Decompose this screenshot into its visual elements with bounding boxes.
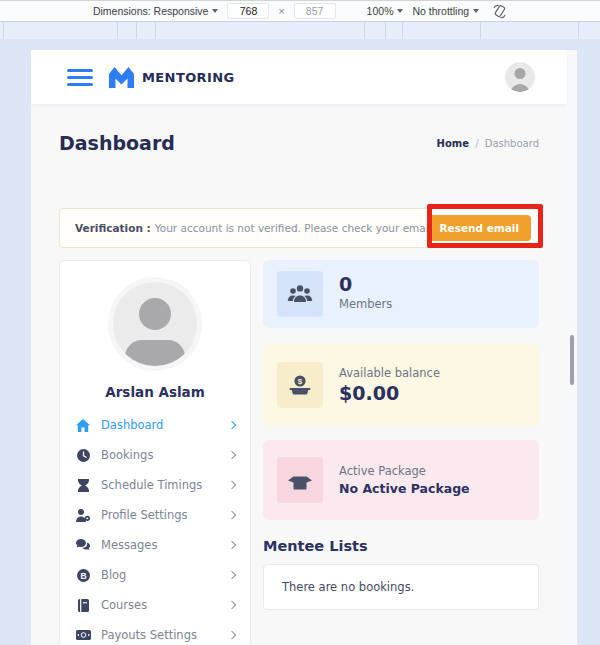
members-group-icon: [277, 271, 323, 317]
chevron-right-icon: [228, 631, 236, 639]
balance-amount: $0.00: [339, 383, 440, 405]
sidebar-item-messages[interactable]: Messages: [60, 530, 250, 560]
chevron-right-icon: [228, 601, 236, 609]
sidebar-item-payouts-settings[interactable]: Payouts Settings: [60, 620, 250, 645]
app-header: MENTORING: [31, 50, 567, 104]
sidebar-item-label: Courses: [101, 598, 147, 612]
dashboard-content: Arslan Aslam Dashboard: [59, 260, 539, 645]
sidebar-item-label: Profile Settings: [101, 508, 188, 522]
members-label: Members: [339, 296, 392, 313]
page-title-row: Dashboard Home / Dashboard: [31, 104, 567, 158]
sidebar-item-dashboard[interactable]: Dashboard: [60, 410, 250, 440]
chat-bubbles-icon: [75, 539, 91, 551]
sidebar-item-schedule-timings[interactable]: Schedule Timings: [60, 470, 250, 500]
sidebar-item-label: Schedule Timings: [101, 478, 202, 492]
throttling-value: No throttling: [412, 5, 469, 17]
sidebar-item-blog[interactable]: B Blog: [60, 560, 250, 590]
mentoring-m-logo: [109, 67, 134, 88]
sidebar-item-label: Bookings: [101, 448, 153, 462]
clock-icon: [75, 449, 91, 462]
viewport-width-input[interactable]: [227, 3, 269, 19]
blog-icon: B: [75, 569, 91, 582]
brand-logo[interactable]: MENTORING: [109, 67, 235, 88]
profile-avatar: [108, 277, 202, 371]
breadcrumb-separator: /: [475, 138, 478, 149]
package-label: Active Package: [339, 463, 470, 480]
brand-name: MENTORING: [142, 70, 235, 85]
devtools-device-toolbar: Dimensions: Responsive × 100% No throttl…: [0, 0, 600, 22]
sidebar-item-label: Blog: [101, 568, 126, 582]
user-avatar[interactable]: [505, 62, 535, 92]
members-stat-card: 0 Members: [263, 260, 539, 328]
emulated-viewport: MENTORING Dashboard Home / Dashboard Ver…: [31, 50, 577, 645]
package-stat-card: Active Package No Active Package: [263, 440, 539, 520]
alert-label: Verification :: [75, 222, 151, 234]
svg-text:$: $: [298, 377, 303, 386]
user-gear-icon: [75, 509, 91, 522]
empty-bookings-message: There are no bookings.: [282, 580, 414, 594]
sidebar-item-bookings[interactable]: Bookings: [60, 440, 250, 470]
sidebar-item-label: Messages: [101, 538, 157, 552]
rotate-device-icon[interactable]: [492, 4, 507, 19]
chevron-down-icon: [212, 9, 218, 13]
mentee-lists-heading: Mentee Lists: [263, 538, 539, 554]
breadcrumb-current: Dashboard: [485, 138, 539, 149]
page-scrollbar-track: [567, 50, 577, 645]
balance-label: Available balance: [339, 365, 440, 382]
open-package-icon: [277, 457, 323, 503]
hamburger-icon[interactable]: [67, 69, 93, 86]
sidebar-menu: Dashboard Bookings: [60, 410, 250, 645]
page-title: Dashboard: [59, 132, 175, 154]
page-scrollbar-thumb[interactable]: [570, 335, 574, 385]
chevron-right-icon: [228, 451, 236, 459]
hourglass-icon: [75, 479, 91, 492]
chevron-down-icon: [397, 9, 403, 13]
empty-bookings-card: There are no bookings.: [263, 564, 539, 610]
dimensions-multiply-sign: ×: [278, 5, 284, 17]
sidebar-item-profile-settings[interactable]: Profile Settings: [60, 500, 250, 530]
chevron-down-icon: [473, 9, 479, 13]
dimensions-dropdown[interactable]: Dimensions: Responsive: [93, 5, 219, 17]
device-emulation-stage: MENTORING Dashboard Home / Dashboard Ver…: [0, 40, 600, 645]
balance-stat-card: $ Available balance $0.00: [263, 344, 539, 426]
breadcrumb: Home / Dashboard: [437, 138, 539, 149]
svg-text:B: B: [80, 570, 86, 580]
dashboard-main: 0 Members $ Available balance $0.00: [263, 260, 539, 645]
book-icon: [75, 599, 91, 612]
breadcrumb-home-link[interactable]: Home: [437, 138, 469, 149]
zoom-dropdown[interactable]: 100%: [367, 5, 404, 17]
sidebar-item-label: Payouts Settings: [101, 628, 197, 642]
dimensions-label: Dimensions: Responsive: [93, 5, 209, 17]
profile-sidebar: Arslan Aslam Dashboard: [59, 260, 251, 645]
resend-email-button[interactable]: Resend email: [427, 215, 531, 241]
chevron-right-icon: [228, 541, 236, 549]
media-query-strip: [0, 22, 600, 40]
profile-name: Arslan Aslam: [60, 384, 250, 400]
chevron-right-icon: [228, 571, 236, 579]
package-status: No Active Package: [339, 480, 470, 498]
viewport-height-input[interactable]: [294, 3, 336, 19]
members-count: 0: [339, 274, 392, 296]
throttling-dropdown[interactable]: No throttling: [412, 5, 479, 17]
chevron-right-icon: [228, 481, 236, 489]
zoom-value: 100%: [367, 5, 394, 17]
coin-deposit-icon: $: [277, 362, 323, 408]
banknote-icon: [75, 630, 91, 640]
home-icon: [75, 419, 91, 432]
sidebar-item-courses[interactable]: Courses: [60, 590, 250, 620]
chevron-right-icon: [228, 421, 236, 429]
chevron-right-icon: [228, 511, 236, 519]
sidebar-item-label: Dashboard: [101, 418, 163, 432]
verification-alert: Verification : Your account is not verif…: [59, 208, 539, 248]
